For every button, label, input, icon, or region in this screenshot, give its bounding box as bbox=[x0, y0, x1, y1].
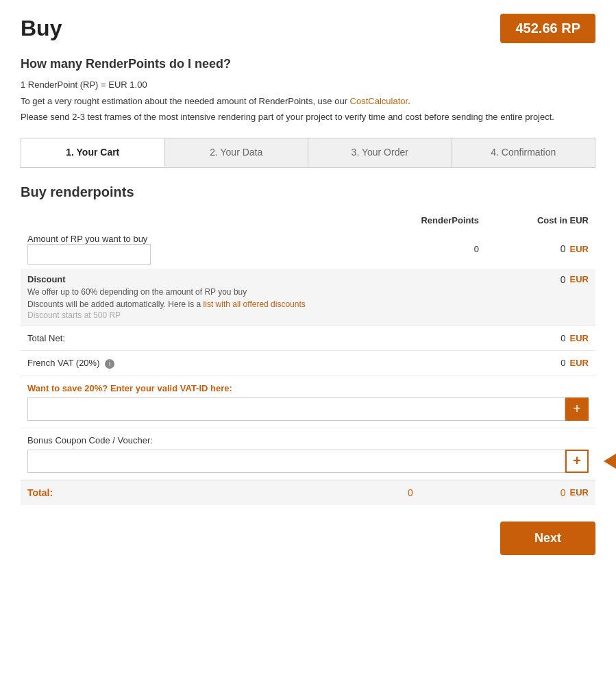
buy-renderpoints-heading: Buy renderpoints bbox=[21, 184, 595, 200]
vat-value: 0 bbox=[560, 358, 565, 368]
vat-id-section: Want to save 20%? Enter your valid VAT-I… bbox=[21, 376, 595, 428]
discount-value-cell: 0 EUR bbox=[486, 269, 595, 326]
total-net-row: Total Net: 0 EUR bbox=[21, 326, 595, 350]
amount-cost-value: 0 bbox=[560, 243, 566, 254]
next-button-row: Next bbox=[21, 522, 595, 555]
coupon-label: Bonus Coupon Code / Voucher: bbox=[27, 435, 589, 445]
arrow-indicator bbox=[604, 446, 616, 476]
rp-table: RenderPoints Cost in EUR Amount of RP yo… bbox=[21, 211, 595, 376]
vat-eur: EUR bbox=[570, 358, 589, 368]
rp-balance-badge: 452.66 RP bbox=[500, 14, 595, 43]
page-title: Buy bbox=[21, 16, 62, 41]
amount-eur-label: EUR bbox=[570, 244, 589, 254]
buy-renderpoints-section: Buy renderpoints RenderPoints Cost in EU… bbox=[21, 184, 595, 505]
amount-label: Amount of RP you want to buy bbox=[27, 234, 342, 244]
col-rp-header: RenderPoints bbox=[349, 211, 486, 230]
steps-tabs: 1. Your Cart 2. Your Data 3. Your Order … bbox=[21, 138, 595, 168]
info-line2-after: . bbox=[408, 96, 410, 106]
info-section: How many RenderPoints do I need? 1 Rende… bbox=[21, 57, 595, 124]
info-heading: How many RenderPoints do I need? bbox=[21, 57, 595, 71]
coupon-plus-button[interactable]: + bbox=[565, 450, 589, 473]
discount-line1: We offer up to 60% depending on the amou… bbox=[27, 286, 342, 298]
discount-link[interactable]: list with all offered discounts bbox=[204, 299, 306, 309]
vat-info-icon[interactable]: i bbox=[105, 359, 114, 369]
col-cost-header: Cost in EUR bbox=[486, 211, 595, 230]
info-line1: 1 RenderPoint (RP) = EUR 1.00 bbox=[21, 78, 595, 92]
info-line3: Please send 2-3 test frames of the most … bbox=[21, 110, 595, 124]
total-eur: EUR bbox=[570, 487, 589, 498]
discount-eur: EUR bbox=[570, 274, 589, 284]
vat-row: French VAT (20%) i 0 EUR bbox=[21, 350, 595, 376]
amount-input[interactable] bbox=[27, 244, 151, 265]
page-header: Buy 452.66 RP bbox=[21, 14, 595, 43]
total-net-value-cell: 0 EUR bbox=[486, 326, 595, 350]
total-net-label: Total Net: bbox=[21, 326, 349, 350]
discount-row: Discount We offer up to 60% depending on… bbox=[21, 269, 595, 326]
discount-label: Discount bbox=[27, 274, 342, 284]
vat-id-label: Want to save 20%? Enter your valid VAT-I… bbox=[27, 383, 589, 393]
vat-id-input[interactable] bbox=[27, 397, 565, 421]
next-button[interactable]: Next bbox=[500, 522, 595, 555]
vat-id-input-row: + bbox=[27, 397, 589, 421]
coupon-input-row: + bbox=[27, 450, 589, 473]
col-label bbox=[21, 211, 349, 230]
tab-your-order[interactable]: 3. Your Order bbox=[308, 138, 452, 167]
discount-line3: Discount starts at 500 RP bbox=[27, 310, 342, 320]
coupon-input[interactable] bbox=[27, 450, 565, 473]
total-row: Total: 0 0 EUR bbox=[21, 480, 595, 505]
amount-rp-value: 0 bbox=[349, 230, 486, 269]
vat-id-plus-button[interactable]: + bbox=[565, 397, 589, 421]
vat-value-cell: 0 EUR bbox=[486, 350, 595, 376]
tab-confirmation[interactable]: 4. Confirmation bbox=[452, 138, 595, 167]
coupon-section: Bonus Coupon Code / Voucher: + bbox=[21, 428, 595, 480]
tab-your-cart[interactable]: 1. Your Cart bbox=[21, 138, 165, 167]
total-net-eur: EUR bbox=[570, 333, 589, 343]
total-net-value: 0 bbox=[560, 333, 565, 343]
cost-calculator-link[interactable]: CostCalculator bbox=[350, 96, 408, 106]
info-line2-before: To get a very rought estimation about th… bbox=[21, 96, 350, 106]
vat-label: French VAT (20%) bbox=[27, 358, 99, 368]
discount-value: 0 bbox=[560, 274, 566, 285]
info-line2: To get a very rought estimation about th… bbox=[21, 95, 595, 108]
total-value: 0 bbox=[560, 487, 566, 498]
tab-your-data[interactable]: 2. Your Data bbox=[165, 138, 309, 167]
total-center-value: 0 bbox=[342, 487, 479, 498]
total-label: Total: bbox=[27, 487, 342, 498]
discount-line2: Discounts will be added automatically. H… bbox=[27, 298, 342, 310]
total-right-value: 0 EUR bbox=[479, 487, 589, 498]
amount-cost-cell: 0 EUR bbox=[486, 230, 595, 269]
amount-row: Amount of RP you want to buy 0 0 EUR bbox=[21, 230, 595, 269]
